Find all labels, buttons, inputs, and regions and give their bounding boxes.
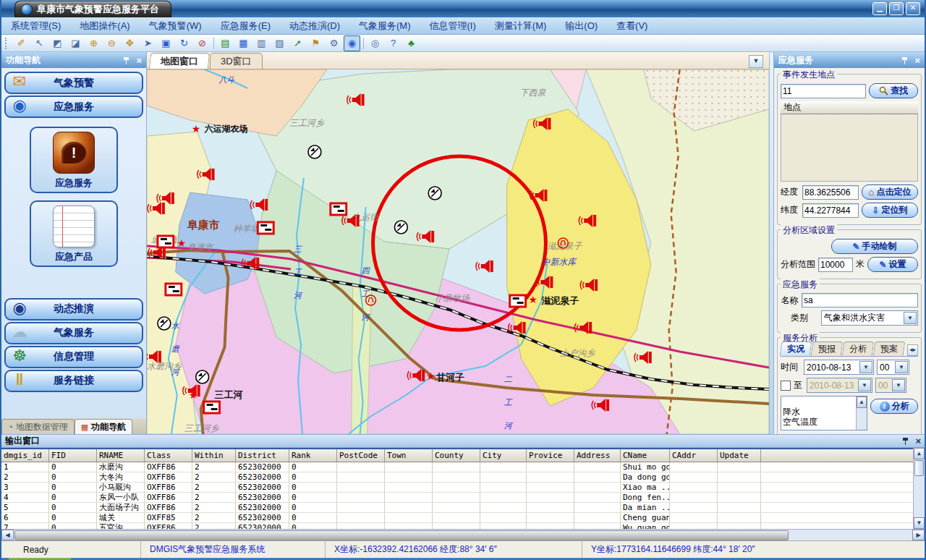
column-header-Provice[interactable]: Provice: [527, 449, 574, 462]
set-range-button[interactable]: ✎ 设置: [867, 257, 918, 272]
placemark-icon[interactable]: ⚑: [307, 35, 324, 51]
select-feature-icon[interactable]: ➚: [289, 35, 306, 51]
menu-item-3[interactable]: 应急服务(E): [211, 17, 280, 34]
date-select[interactable]: 2010-08-13▼: [804, 360, 874, 375]
column-header-Rank[interactable]: Rank: [289, 449, 337, 462]
column-header-Class[interactable]: Class: [145, 449, 192, 462]
menu-item-4[interactable]: 动态推演(D): [280, 17, 349, 34]
column-header-dmgis_id[interactable]: dmgis_id: [1, 449, 49, 462]
table-row[interactable]: 60城关OXFF8526523020000Cheng guan: [1, 513, 913, 523]
column-header-City[interactable]: City: [480, 449, 527, 462]
weather-station-icon[interactable]: [158, 317, 171, 330]
menu-item-2[interactable]: 气象预警(W): [140, 17, 211, 34]
flag-marker-icon[interactable]: [204, 402, 220, 413]
flag-marker-icon[interactable]: [166, 284, 182, 295]
weather-station-icon[interactable]: [394, 221, 407, 234]
nav-button-服务链接[interactable]: ‖服务链接: [4, 370, 143, 392]
menu-item-5[interactable]: 气象服务(M): [349, 17, 420, 34]
horizontal-scrollbar[interactable]: ◀ ▶: [1, 529, 925, 540]
close-icon[interactable]: ×: [136, 56, 142, 64]
column-header-Town[interactable]: Town: [385, 449, 433, 462]
table-row[interactable]: 70五官沟OXFF8626523020000Wu guan gou: [1, 523, 913, 529]
service-type-select[interactable]: 气象和洪水灾害 ▼: [821, 310, 918, 326]
vertical-scrollbar[interactable]: ▲ ▼: [913, 448, 925, 529]
zoom-in-icon[interactable]: ⊕: [85, 35, 102, 51]
scroll-left-icon[interactable]: ◀: [1, 530, 14, 540]
nav-button-信息管理[interactable]: ☸信息管理: [4, 346, 143, 368]
pin-icon[interactable]: [901, 56, 909, 64]
click-locate-button[interactable]: ⌂ 点击定位: [862, 184, 918, 200]
restore-button[interactable]: ❐: [889, 2, 904, 15]
analysis-tab-预案[interactable]: 预案: [873, 341, 906, 356]
table-row[interactable]: 20大冬沟OXFF8626523020000Da dong gou: [1, 472, 913, 483]
tab-list-dropdown[interactable]: ▼: [749, 55, 763, 68]
place-list[interactable]: [781, 114, 918, 182]
nav-button-气象预警[interactable]: ✉气象预警: [4, 72, 143, 94]
scroll-down-icon[interactable]: ▼: [914, 517, 925, 529]
pointer-icon[interactable]: ➤: [140, 35, 156, 51]
tab-scroll-arrows[interactable]: ◂▸: [907, 344, 918, 356]
element-list-item[interactable]: 降水: [783, 407, 867, 417]
analysis-tab-预报[interactable]: 预报: [811, 341, 844, 356]
close-icon[interactable]: ×: [915, 437, 921, 445]
search-button[interactable]: 查找: [869, 83, 918, 98]
settings-gear-icon[interactable]: ⚙: [326, 35, 342, 51]
analyze-button[interactable]: i 分析: [870, 399, 918, 414]
manual-draw-button[interactable]: ✎ 手动绘制: [831, 239, 918, 254]
table-row[interactable]: 10水磨沟OXFF8626523020000Shui mo gou: [1, 462, 913, 472]
table-row[interactable]: 40东风一小队OXFF8626523020000Dong fen...: [1, 493, 913, 503]
place-list-header[interactable]: 地点: [781, 101, 918, 114]
map-tab-地图窗口[interactable]: 地图窗口: [149, 53, 210, 69]
select-cursor-icon[interactable]: ↖: [31, 35, 48, 51]
help-icon[interactable]: ?: [385, 35, 402, 51]
nav-button-动态推演[interactable]: ◉动态推演: [4, 298, 143, 321]
nav-button-气象服务[interactable]: ☁气象服务: [4, 322, 143, 344]
menu-item-1[interactable]: 地图操作(A): [70, 17, 139, 34]
pin-icon[interactable]: [122, 56, 130, 64]
analysis-tab-分析[interactable]: 分析: [842, 341, 875, 356]
menu-item-6[interactable]: 信息管理(I): [420, 17, 485, 34]
weather-station-icon[interactable]: [196, 370, 209, 383]
weather-station-icon[interactable]: [308, 145, 321, 158]
column-header-FID[interactable]: FID: [49, 449, 97, 462]
print-setup-icon[interactable]: ▨: [271, 35, 288, 51]
flag-marker-icon[interactable]: [510, 295, 526, 307]
zoom-out-icon[interactable]: ⊖: [103, 35, 120, 51]
column-header-Address[interactable]: Address: [574, 449, 621, 462]
menu-item-7[interactable]: 测量计算(M): [485, 17, 556, 34]
menu-item-9[interactable]: 查看(V): [607, 17, 657, 34]
column-header-Within[interactable]: Within: [192, 449, 236, 462]
column-header-District[interactable]: District: [236, 449, 289, 462]
dropdown-arrow-icon[interactable]: ▼: [904, 312, 917, 324]
scroll-right-icon[interactable]: ▶: [912, 530, 925, 540]
tree-view-icon[interactable]: ♣: [403, 35, 420, 51]
map-tab-3D窗口[interactable]: 3D窗口: [210, 53, 263, 69]
column-header-County[interactable]: County: [433, 449, 480, 462]
weather-station-icon[interactable]: [428, 187, 441, 200]
column-header-RNAME[interactable]: RNAME: [97, 449, 145, 462]
big-button-应急产品[interactable]: 应急产品: [30, 200, 118, 267]
column-header-CName[interactable]: CName: [621, 449, 670, 462]
column-header-Update[interactable]: Update: [718, 449, 761, 462]
measure-icon[interactable]: ✐: [13, 35, 30, 51]
panel-tab-功能导航[interactable]: ▦功能导航: [75, 419, 132, 434]
swipe-eye-icon[interactable]: ◎: [367, 35, 383, 51]
column-header-CAddr[interactable]: CAddr: [670, 449, 718, 462]
toolbar-grip[interactable]: [5, 38, 10, 49]
to-checkbox[interactable]: [781, 381, 791, 391]
element-list-item[interactable]: 空气温度: [783, 417, 867, 427]
date2-select[interactable]: 2010-08-13▼: [807, 378, 872, 393]
nav-button-应急服务[interactable]: ◉应急服务: [4, 96, 143, 118]
lat-input[interactable]: [802, 203, 859, 218]
hour-select[interactable]: 00▼: [877, 360, 909, 375]
select-polygon-icon[interactable]: ◪: [67, 35, 84, 51]
range-input[interactable]: [818, 258, 853, 272]
service-name-input[interactable]: [802, 293, 918, 307]
pan-hand-icon[interactable]: ✥: [122, 35, 138, 51]
flag-marker-icon[interactable]: [331, 203, 347, 215]
lon-input[interactable]: [802, 185, 859, 200]
flag-marker-icon[interactable]: [258, 222, 273, 234]
pin-icon[interactable]: [901, 437, 909, 445]
globe-service-icon[interactable]: ◉: [344, 35, 360, 51]
analysis-tab-实况[interactable]: 实况: [780, 341, 812, 356]
